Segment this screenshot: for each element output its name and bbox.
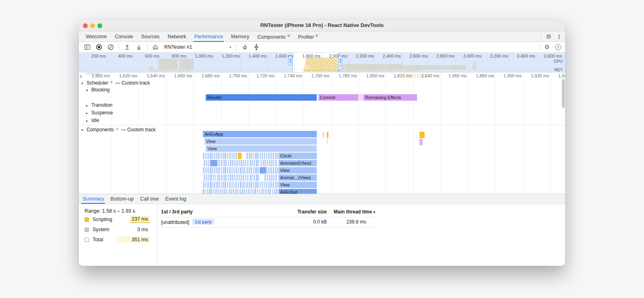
component-activity-bar[interactable] bbox=[226, 189, 227, 194]
clear-icon[interactable] bbox=[107, 43, 114, 51]
garbage-collect-brush-icon[interactable] bbox=[241, 43, 248, 51]
component-activity-bar[interactable] bbox=[233, 153, 235, 159]
component-activity-bar[interactable] bbox=[263, 189, 264, 194]
component-activity-bar[interactable] bbox=[212, 182, 213, 188]
track-header-components[interactable]: ▾Components*— Custom track bbox=[81, 126, 156, 132]
component-activity-bar[interactable] bbox=[204, 174, 205, 181]
flame-bar-remaining-effects[interactable]: Remaining Effects bbox=[363, 94, 417, 101]
component-activity-bar[interactable] bbox=[255, 153, 257, 159]
component-activity-bar[interactable] bbox=[271, 174, 272, 181]
home-icon[interactable] bbox=[152, 43, 159, 51]
component-activity-bar[interactable] bbox=[227, 153, 228, 159]
component-activity-bar[interactable] bbox=[256, 160, 258, 166]
toggle-sidebar-icon[interactable] bbox=[84, 43, 91, 51]
component-activity-bar[interactable] bbox=[272, 167, 274, 174]
component-activity-bar[interactable] bbox=[234, 160, 235, 166]
component-activity-bar[interactable] bbox=[208, 160, 209, 166]
component-activity-bar[interactable] bbox=[250, 160, 251, 166]
component-activity-bar[interactable] bbox=[218, 167, 219, 174]
component-activity-bar[interactable] bbox=[206, 174, 207, 181]
component-activity-bar[interactable] bbox=[266, 167, 267, 174]
component-activity-bar[interactable] bbox=[216, 167, 218, 174]
component-activity-bar[interactable] bbox=[222, 189, 223, 194]
component-activity-bar[interactable] bbox=[225, 160, 227, 166]
component-activity-bar[interactable] bbox=[229, 182, 231, 188]
settings-gear-icon[interactable]: ⚙ bbox=[546, 34, 551, 40]
component-activity-bar[interactable] bbox=[264, 160, 266, 166]
component-activity-bar[interactable] bbox=[213, 174, 214, 181]
component-activity-bar[interactable] bbox=[233, 189, 234, 194]
flame-bar-view[interactable]: View bbox=[279, 182, 317, 188]
component-activity-bar[interactable] bbox=[246, 182, 248, 188]
component-activity-bar[interactable] bbox=[255, 167, 257, 174]
component-activity-bar[interactable] bbox=[273, 160, 275, 166]
component-activity-bar[interactable] bbox=[207, 189, 208, 194]
component-activity-bar[interactable] bbox=[244, 167, 246, 174]
component-activity-bar[interactable] bbox=[207, 153, 208, 159]
component-activity-bar[interactable] bbox=[235, 167, 237, 174]
help-icon[interactable]: ? bbox=[555, 44, 561, 50]
component-activity-bar[interactable] bbox=[235, 182, 237, 188]
component-activity-bar[interactable] bbox=[242, 182, 244, 188]
tab-network[interactable]: Network bbox=[168, 31, 186, 42]
title-bar[interactable]: RNTester (iPhone 16 Pro) - React Native … bbox=[79, 19, 565, 31]
component-activity-bar[interactable] bbox=[270, 167, 272, 174]
flame-bar-segment[interactable] bbox=[358, 94, 364, 101]
component-activity-bar[interactable] bbox=[272, 189, 273, 194]
tab-sources[interactable]: Sources bbox=[141, 31, 160, 42]
component-activity-bar[interactable] bbox=[247, 160, 248, 166]
component-activity-bar[interactable] bbox=[202, 189, 204, 194]
component-activity-bar[interactable] bbox=[210, 153, 211, 159]
component-activity-bar[interactable] bbox=[244, 189, 245, 194]
tab-welcome[interactable]: Welcome bbox=[86, 31, 107, 42]
component-activity-bar[interactable] bbox=[234, 174, 235, 181]
component-activity-bar[interactable] bbox=[266, 153, 267, 159]
component-activity-bar[interactable] bbox=[218, 182, 219, 188]
component-activity-bar[interactable] bbox=[205, 182, 206, 188]
component-activity-bar[interactable] bbox=[221, 160, 222, 166]
component-activity-bar[interactable] bbox=[277, 182, 278, 188]
flame-bar-animated-view[interactable]: Animated(View) bbox=[279, 160, 317, 166]
selection-left-handle[interactable] bbox=[288, 56, 292, 66]
component-activity-bar[interactable] bbox=[270, 182, 272, 188]
load-profile-icon[interactable] bbox=[124, 43, 131, 51]
component-activity-bar[interactable] bbox=[205, 167, 206, 174]
component-activity-bar[interactable] bbox=[211, 189, 212, 194]
component-activity-bar[interactable] bbox=[203, 182, 204, 188]
component-activity-bar[interactable] bbox=[220, 189, 221, 194]
component-activity-bar[interactable] bbox=[230, 160, 231, 166]
component-activity-bar[interactable] bbox=[235, 189, 237, 194]
component-activity-bar[interactable] bbox=[251, 182, 252, 188]
component-activity-bar[interactable] bbox=[267, 174, 268, 181]
component-activity-bar[interactable] bbox=[210, 167, 211, 174]
component-activity-bar[interactable] bbox=[243, 174, 244, 181]
component-activity-bar[interactable] bbox=[251, 167, 252, 174]
component-activity-bar[interactable] bbox=[250, 189, 252, 194]
component-activity-bar[interactable] bbox=[250, 174, 251, 181]
activity-marker[interactable] bbox=[419, 139, 423, 145]
component-activity-bar[interactable] bbox=[270, 153, 272, 159]
component-activity-bar[interactable] bbox=[239, 160, 240, 166]
component-activity-bar[interactable] bbox=[231, 167, 233, 174]
flame-bar-anexset[interactable]: AnExSet bbox=[279, 189, 317, 194]
component-activity-bar[interactable] bbox=[244, 182, 246, 188]
component-activity-bar[interactable] bbox=[225, 182, 226, 188]
component-activity-bar[interactable] bbox=[236, 174, 238, 181]
component-activity-bar[interactable] bbox=[275, 182, 277, 188]
component-activity-bar[interactable] bbox=[214, 167, 215, 174]
tab-profiler[interactable]: Profiler* bbox=[298, 31, 318, 42]
component-activity-bar[interactable] bbox=[268, 167, 270, 174]
component-activity-bar[interactable] bbox=[259, 189, 260, 194]
component-activity-bar[interactable] bbox=[241, 160, 242, 166]
component-activity-bar[interactable] bbox=[253, 182, 254, 188]
component-activity-bar[interactable] bbox=[268, 189, 269, 194]
component-activity-bar[interactable] bbox=[204, 189, 206, 194]
component-activity-bar[interactable] bbox=[223, 153, 224, 159]
component-activity-bar[interactable] bbox=[221, 174, 222, 181]
component-activity-bar[interactable] bbox=[268, 182, 270, 188]
component-activity-bar[interactable] bbox=[213, 189, 215, 194]
flame-bar-anexapp[interactable]: AnExApp bbox=[203, 131, 317, 137]
component-activity-bar[interactable] bbox=[241, 174, 242, 181]
component-activity-bar[interactable] bbox=[219, 160, 220, 166]
component-activity-bar[interactable] bbox=[229, 167, 231, 174]
